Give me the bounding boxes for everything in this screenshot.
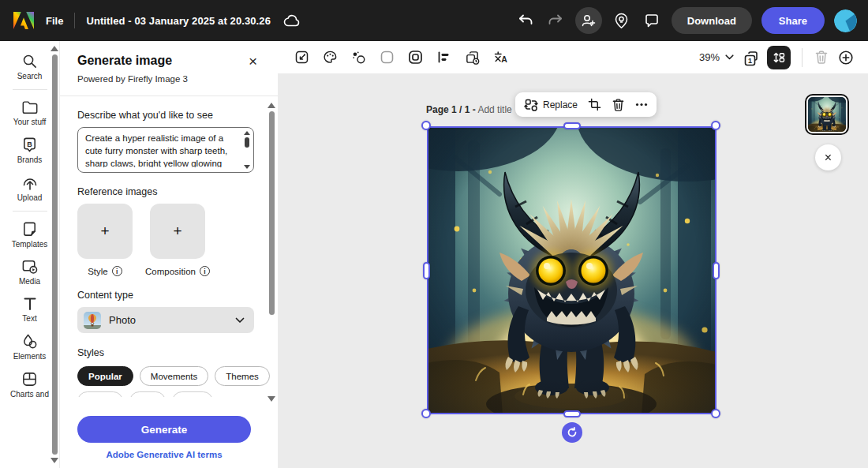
- folder-icon: [21, 99, 39, 115]
- shape-rectangle-icon[interactable]: [379, 50, 395, 66]
- crop-icon[interactable]: [588, 98, 601, 111]
- more-options-icon[interactable]: [635, 103, 648, 107]
- resize-handle-top[interactable]: [563, 122, 581, 129]
- generate-image-panel: Generate image × Powered by Firefly Imag…: [59, 41, 278, 468]
- scroll-up-arrow-icon[interactable]: [268, 103, 275, 108]
- content-type-label: Content type: [77, 290, 254, 301]
- scrollbar-thumb[interactable]: [269, 111, 275, 315]
- plus-icon: +: [100, 223, 109, 240]
- sidebar-item-label: Your stuff: [13, 118, 47, 126]
- sidebar: Search Your stuff B Brands Upload: [0, 41, 59, 468]
- invite-people-button[interactable]: [575, 7, 602, 34]
- sidebar-item-label: Text: [22, 314, 36, 323]
- svg-text:B: B: [27, 140, 32, 148]
- sidebar-item-your-stuff[interactable]: Your stuff: [5, 94, 55, 131]
- prompt-label: Describe what you'd like to see: [77, 110, 254, 121]
- scroll-down-arrow-icon[interactable]: [268, 396, 275, 402]
- selection-toolbar: Replace: [515, 92, 657, 117]
- add-page-icon[interactable]: [838, 50, 854, 66]
- resize-handle-left[interactable]: [423, 262, 430, 279]
- animate-icon[interactable]: [350, 50, 366, 66]
- close-icon[interactable]: ×: [249, 54, 257, 69]
- info-icon[interactable]: i: [112, 266, 122, 276]
- generative-ai-terms-link[interactable]: Adobe Generative AI terms: [77, 450, 251, 459]
- align-icon[interactable]: [436, 50, 451, 66]
- sidebar-item-elements[interactable]: Elements: [5, 328, 55, 365]
- share-button[interactable]: Share: [761, 7, 825, 34]
- document-title: Untitled - 03 January 2025 at 20.30.26: [86, 15, 271, 27]
- generate-button[interactable]: Generate: [77, 416, 251, 443]
- style-tab-themes[interactable]: Themes: [215, 366, 270, 386]
- selected-generated-image[interactable]: [427, 126, 716, 414]
- file-menu[interactable]: File: [46, 15, 63, 27]
- style-tab-movements[interactable]: Movements: [140, 366, 208, 386]
- sidebar-item-text[interactable]: Text: [5, 290, 55, 328]
- panel-title: Generate image: [77, 54, 172, 68]
- sidebar-item-label: Brands: [17, 155, 43, 164]
- duplicate-icon[interactable]: [464, 50, 480, 66]
- translate-icon[interactable]: A: [492, 50, 508, 66]
- composition-reference-upload[interactable]: +: [150, 204, 205, 259]
- ideas-pin-icon[interactable]: [612, 10, 632, 31]
- sidebar-item-upload[interactable]: Upload: [5, 169, 55, 207]
- close-icon[interactable]: ×: [815, 144, 841, 170]
- monster-thumbnail-artwork: [808, 97, 846, 132]
- add-title-label[interactable]: Add title: [477, 104, 511, 115]
- style-reference-upload[interactable]: +: [77, 204, 133, 259]
- sidebar-item-brands[interactable]: B Brands: [5, 131, 55, 169]
- monster-artwork: [427, 126, 716, 414]
- scroll-down-arrow-icon[interactable]: [244, 165, 250, 169]
- elements-icon: [21, 333, 38, 350]
- adobe-express-logo-icon[interactable]: [13, 10, 35, 31]
- comment-icon[interactable]: [642, 10, 662, 31]
- zoom-control[interactable]: 39%: [699, 51, 734, 63]
- replace-button[interactable]: Replace: [524, 98, 578, 112]
- topbar-divider: [74, 13, 75, 28]
- content-type-thumbnail: [84, 312, 101, 329]
- scroll-down-arrow-icon[interactable]: [51, 458, 58, 463]
- pages-icon[interactable]: 1: [743, 50, 758, 66]
- frame-icon[interactable]: [407, 50, 423, 66]
- style-tab-popular[interactable]: Popular: [77, 366, 133, 386]
- resize-handle-bottom-left[interactable]: [421, 409, 431, 418]
- swap-icon: [524, 98, 538, 112]
- sidebar-item-label: Search: [17, 72, 43, 80]
- scroll-up-arrow-icon[interactable]: [51, 46, 58, 51]
- download-button[interactable]: Download: [672, 7, 752, 34]
- sidebar-item-charts[interactable]: Charts and: [5, 365, 55, 403]
- templates-icon: [21, 221, 38, 238]
- sidebar-item-search[interactable]: Search: [5, 47, 55, 85]
- sidebar-item-label: Media: [19, 277, 40, 286]
- content-type-value: Photo: [109, 314, 136, 326]
- toolbar-divider: [802, 48, 803, 67]
- svg-text:1: 1: [748, 57, 752, 65]
- account-avatar[interactable]: [834, 9, 857, 32]
- page-thumbnail[interactable]: [805, 94, 849, 135]
- sidebar-item-templates[interactable]: Templates: [5, 215, 55, 253]
- resize-handle-right[interactable]: [713, 262, 720, 279]
- scroll-up-arrow-icon[interactable]: [244, 131, 250, 135]
- arrange-layers-button[interactable]: [767, 46, 791, 69]
- delete-icon[interactable]: [612, 98, 625, 112]
- resize-icon[interactable]: [294, 50, 309, 66]
- resize-handle-bottom[interactable]: [563, 410, 581, 417]
- prompt-input[interactable]: Create a hyper realistic image of a cute…: [77, 127, 254, 173]
- sidebar-item-media[interactable]: Media: [5, 253, 55, 290]
- resize-handle-top-left[interactable]: [421, 121, 431, 130]
- rotate-handle[interactable]: [562, 422, 582, 443]
- color-palette-icon[interactable]: [322, 50, 338, 66]
- undo-icon[interactable]: [515, 10, 536, 31]
- scrollbar-thumb[interactable]: [245, 137, 249, 148]
- scrollbar-thumb[interactable]: [52, 54, 58, 455]
- info-icon[interactable]: i: [200, 266, 210, 276]
- sidebar-item-label: Upload: [17, 193, 43, 202]
- charts-icon: [21, 371, 38, 388]
- chevron-down-icon: [725, 54, 734, 60]
- content-type-select[interactable]: Photo: [77, 307, 254, 333]
- style-slot-label: Style: [88, 267, 108, 276]
- composition-slot-label: Composition: [145, 267, 196, 276]
- canvas[interactable]: Page 1 / 1 - Add title Replace: [278, 73, 868, 468]
- resize-handle-top-right[interactable]: [711, 121, 720, 130]
- redo-icon[interactable]: [545, 10, 566, 31]
- resize-handle-bottom-right[interactable]: [711, 409, 720, 418]
